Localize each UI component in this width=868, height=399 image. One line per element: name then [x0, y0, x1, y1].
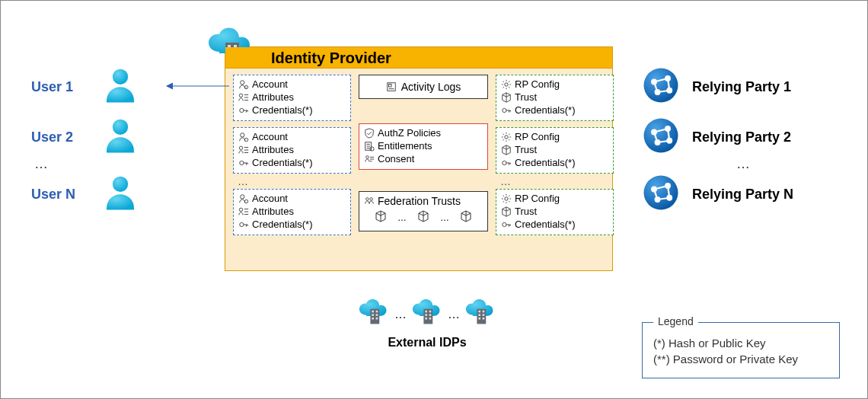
user-icon [100, 115, 141, 159]
user-icon [100, 65, 141, 109]
rp-config-label: RP Config [515, 192, 560, 205]
authz-policies-label: AuthZ Policies [378, 126, 441, 139]
cloud-building-icon [410, 298, 445, 331]
cloud-building-icon [463, 298, 498, 331]
log-icon [386, 81, 397, 92]
entitlements-label: Entitlements [378, 139, 432, 152]
svg-point-43 [366, 155, 369, 158]
relying-party-icon [640, 172, 681, 216]
rp-config-box: RP Config Trust Credentials(*) [496, 189, 614, 235]
cube-icon [501, 92, 512, 103]
center-column: Activity Logs AuthZ Policies Entitlement… [359, 75, 488, 235]
svg-point-51 [503, 222, 506, 226]
federation-trusts-box: Federation Trusts … … [359, 191, 488, 231]
credentials-label: Credentials(*) [515, 218, 575, 231]
attributes-icon [238, 92, 249, 103]
gear-icon [501, 132, 512, 142]
account-label: Account [252, 78, 288, 91]
svg-rect-72 [483, 318, 485, 320]
svg-point-32 [244, 138, 247, 141]
user-row: User 2 [31, 112, 191, 162]
account-label: Account [252, 192, 288, 205]
legend-item: (**) Password or Private Key [653, 353, 828, 365]
svg-point-31 [241, 132, 244, 136]
svg-rect-58 [376, 318, 378, 320]
svg-rect-70 [483, 314, 485, 316]
rp-row: Relying Party 1 [640, 62, 846, 112]
svg-point-8 [644, 119, 678, 153]
legend-title: Legend [653, 315, 698, 327]
attributes-icon [238, 145, 249, 155]
credentials-label: Credentials(*) [252, 104, 312, 117]
svg-point-0 [113, 69, 128, 85]
key-icon [238, 105, 249, 116]
user-column: User 1 User 2 … User N [31, 62, 191, 219]
attributes-label: Attributes [252, 143, 294, 156]
svg-rect-66 [477, 309, 486, 324]
dots: … [397, 212, 407, 223]
rp-label: Relying Party N [692, 187, 793, 203]
svg-point-38 [240, 222, 244, 226]
user-label: User N [31, 187, 100, 203]
account-icon [238, 132, 249, 142]
svg-rect-55 [372, 314, 374, 316]
external-idps-label: External IDPs [328, 336, 526, 350]
authz-box: AuthZ Policies Entitlements Consent [359, 123, 488, 170]
cube-icon [501, 145, 512, 155]
svg-rect-57 [372, 318, 374, 320]
federation-icon [364, 196, 375, 206]
cube-icon [501, 206, 512, 217]
svg-point-45 [370, 198, 373, 201]
federation-title: Federation Trusts [378, 195, 461, 207]
consent-icon [364, 154, 375, 164]
external-idps-block: … … External IDPs [328, 298, 526, 350]
rp-row: Relying Party N [640, 169, 846, 219]
trust-label: Trust [515, 143, 537, 156]
idp-title: Identity Provider [225, 47, 612, 69]
shield-icon [364, 128, 375, 139]
key-icon [501, 158, 512, 168]
rp-label: Relying Party 2 [692, 129, 791, 145]
svg-rect-53 [372, 311, 374, 313]
dots: … [440, 212, 449, 223]
consent-label: Consent [378, 152, 414, 165]
user-icon [100, 172, 141, 216]
svg-rect-40 [388, 85, 391, 88]
svg-rect-63 [429, 314, 432, 316]
user-store-column: iAccount Attributes Credentials(*) Accou… [233, 75, 351, 235]
user-row: User N [31, 169, 191, 219]
account-label: Account [252, 130, 288, 143]
trust-label: Trust [515, 91, 537, 104]
dots: … [448, 308, 460, 321]
svg-rect-56 [376, 314, 378, 316]
svg-point-44 [366, 198, 369, 201]
key-icon [501, 105, 512, 116]
svg-point-35 [241, 194, 244, 198]
svg-rect-65 [429, 318, 432, 320]
legend-item: (*) Hash or Public Key [653, 337, 828, 350]
svg-point-34 [240, 161, 244, 164]
svg-rect-67 [478, 311, 480, 313]
rp-config-label: RP Config [515, 130, 560, 143]
svg-point-3 [644, 69, 678, 103]
identity-provider-box: Identity Provider iAccount Attributes Cr… [225, 46, 613, 271]
column-ellipsis: … [233, 174, 351, 189]
svg-rect-68 [483, 311, 485, 313]
svg-point-29 [239, 94, 242, 97]
svg-point-13 [644, 176, 678, 210]
user-label: User 2 [31, 129, 100, 145]
gear-icon [501, 193, 512, 204]
svg-rect-61 [429, 311, 432, 313]
cube-icon [417, 210, 429, 225]
svg-rect-62 [425, 314, 427, 316]
svg-point-50 [505, 196, 508, 200]
dots: … [394, 308, 407, 321]
svg-point-33 [239, 146, 242, 149]
relying-party-icon [640, 65, 681, 109]
svg-point-26 [241, 80, 244, 84]
trust-label: Trust [515, 205, 537, 218]
svg-point-36 [244, 200, 247, 203]
rp-row: Relying Party 2 [640, 112, 846, 162]
gear-icon [501, 79, 512, 90]
svg-rect-69 [478, 314, 480, 316]
